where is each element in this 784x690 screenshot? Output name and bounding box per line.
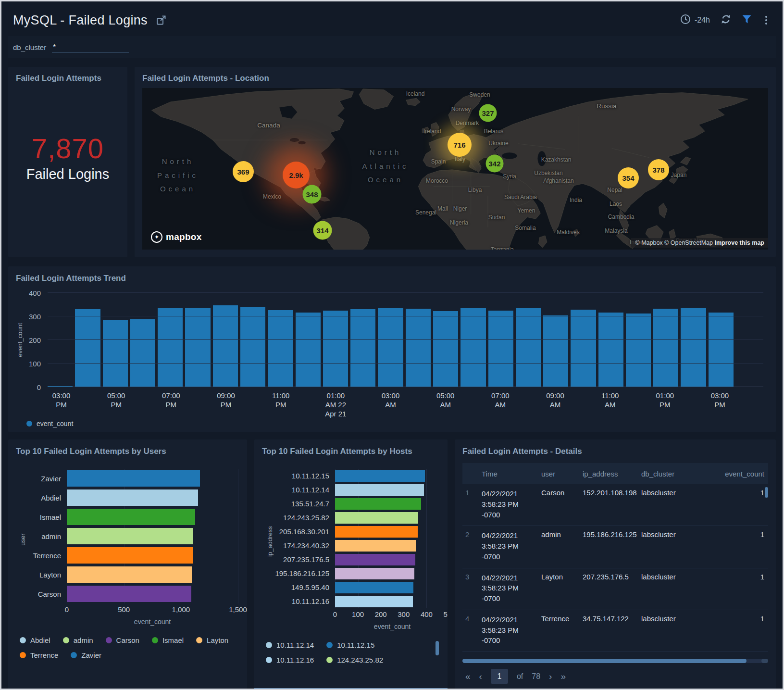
trend-bar[interactable] — [598, 313, 623, 387]
trend-bar[interactable] — [323, 311, 348, 387]
trend-bar[interactable] — [653, 309, 678, 387]
hbar-row: 149.5.95.40 — [262, 580, 440, 594]
trend-bar[interactable] — [296, 313, 321, 387]
trend-gridline — [48, 292, 763, 293]
hbar-bar[interactable] — [335, 540, 416, 552]
filter-icon[interactable] — [742, 14, 752, 26]
last-page-button[interactable]: » — [560, 671, 566, 682]
row-number: 2 — [462, 530, 479, 562]
map-canvas[interactable]: North Pacific OceanNorth Atlantic OceanC… — [142, 88, 768, 250]
table-row: 204/22/2021 3:58:23 PM -0700admin195.186… — [462, 526, 768, 568]
current-page[interactable]: 1 — [491, 669, 508, 684]
hbar-bar[interactable] — [67, 470, 200, 487]
hbar-category-label: admin — [16, 532, 67, 540]
legend-label: Terrence — [30, 651, 58, 659]
hbar-bar[interactable] — [335, 512, 418, 524]
details-table-vscrollbar[interactable] — [765, 487, 768, 498]
hbar-category-label: 207.235.176.5 — [262, 555, 335, 564]
hbar-bar[interactable] — [335, 568, 414, 579]
hbar-row: Terrence — [16, 546, 239, 565]
trend-bar[interactable] — [268, 310, 293, 387]
hbar-track — [335, 511, 440, 525]
trend-bar[interactable] — [378, 308, 403, 387]
trend-bar[interactable] — [240, 307, 265, 387]
hbar-bar[interactable] — [335, 484, 424, 496]
trend-bar[interactable] — [516, 308, 541, 387]
hbar-bar[interactable] — [335, 526, 418, 538]
trend-bar[interactable] — [158, 308, 183, 387]
improve-map-link[interactable]: Improve this map — [715, 239, 765, 246]
hosts-panel-scrollbar[interactable] — [254, 688, 448, 690]
hbar-track — [335, 525, 440, 539]
map-cluster-bubble[interactable]: 342 — [486, 155, 504, 173]
map-cluster-bubble[interactable]: 2.9k — [283, 162, 310, 188]
trend-bar[interactable] — [130, 319, 155, 387]
kebab-menu-icon[interactable] — [762, 15, 770, 25]
trend-bar[interactable] — [350, 309, 375, 387]
hbar-bar[interactable] — [67, 528, 193, 544]
map-cluster-bubble[interactable]: 314 — [313, 221, 332, 240]
trend-bar[interactable] — [406, 309, 431, 387]
hbar-bar[interactable] — [335, 596, 413, 607]
hbar-bar[interactable] — [67, 586, 191, 602]
legend-item: 10.11.12.15 — [326, 641, 374, 649]
cell-db-cluster: labscluster — [638, 530, 697, 562]
next-page-button[interactable]: › — [549, 671, 552, 682]
column-header: event_count — [697, 470, 768, 478]
map-cluster-bubble[interactable]: 327 — [479, 104, 497, 122]
details-table-body: 104/22/2021 3:58:23 PM -0700Carson152.20… — [462, 484, 768, 657]
pagination-of-label: of — [517, 672, 523, 681]
trend-bar[interactable] — [488, 311, 513, 387]
hbar-x-tick: 400 — [421, 610, 433, 618]
trend-bar[interactable] — [433, 311, 458, 387]
hbar-bar[interactable] — [335, 554, 415, 565]
trend-bar[interactable] — [103, 320, 128, 387]
time-range-control[interactable]: -24h — [680, 14, 710, 26]
trend-bar[interactable] — [681, 308, 706, 387]
hosts-legend-scrollbar[interactable] — [436, 641, 439, 655]
first-page-button[interactable]: « — [465, 671, 471, 682]
legend-dot — [20, 637, 26, 643]
map-cluster-bubble[interactable]: 369 — [233, 161, 254, 182]
trend-bar[interactable] — [75, 309, 100, 387]
legend-dot — [152, 637, 158, 643]
trend-bar[interactable] — [185, 308, 210, 387]
details-table-hscrollbar[interactable] — [462, 659, 768, 663]
hbar-x-tick: 0 — [333, 610, 337, 618]
map-attribution: © Mapbox © OpenStreetMap Improve this ma… — [631, 238, 768, 248]
legend-dot — [71, 652, 77, 658]
legend-item: 10.11.12.16 — [266, 656, 314, 664]
hbar-bar[interactable] — [335, 582, 413, 593]
trend-bar[interactable] — [543, 315, 568, 387]
hbar-bar[interactable] — [67, 566, 192, 583]
hbar-bar[interactable] — [67, 509, 195, 525]
trend-y-tick: 400 — [29, 289, 41, 297]
legend-dot — [266, 642, 272, 648]
hbar-category-label: Zavier — [16, 475, 67, 483]
trend-bar[interactable] — [709, 313, 734, 387]
trend-bar[interactable] — [460, 308, 485, 387]
total-pages: 78 — [532, 672, 540, 681]
cell-user: admin — [538, 530, 580, 562]
map-cluster-bubble[interactable]: 354 — [618, 167, 639, 188]
db-cluster-filter-input[interactable]: * — [52, 42, 129, 52]
legend-item: 10.11.12.14 — [266, 641, 314, 649]
map-cluster-bubble[interactable]: 348 — [303, 185, 322, 204]
hbar-bar[interactable] — [335, 470, 425, 482]
prev-page-button[interactable]: ‹ — [479, 671, 482, 682]
trend-x-tick: 07:00 AM — [491, 391, 510, 410]
hbar-row: Abdiel — [16, 488, 239, 507]
hbar-bar[interactable] — [67, 547, 193, 564]
hbar-bar[interactable] — [67, 489, 198, 506]
mapbox-logo[interactable]: ✦ mapbox — [151, 231, 202, 243]
hbar-track — [67, 488, 239, 507]
refresh-icon[interactable] — [721, 14, 731, 26]
legend-label: 124.243.25.82 — [337, 656, 383, 664]
share-icon[interactable] — [155, 14, 167, 26]
trend-bar[interactable] — [213, 305, 238, 387]
map-cluster-bubble[interactable]: 378 — [648, 159, 669, 180]
trend-bar[interactable] — [571, 310, 596, 387]
trend-bar[interactable] — [626, 314, 651, 387]
hbar-bar[interactable] — [335, 498, 421, 510]
map-cluster-bubble[interactable]: 716 — [448, 133, 472, 157]
